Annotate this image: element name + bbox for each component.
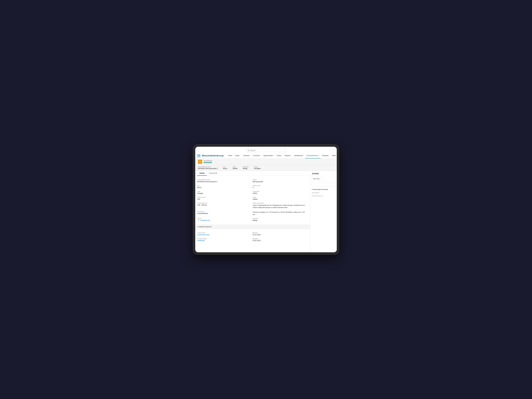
activity-more-button[interactable] <box>322 177 325 180</box>
upcoming-chevron-icon: ▾ <box>312 189 313 190</box>
miet-grid: Unternehmen Hochschule Harz ✏ Mietstart … <box>197 231 308 243</box>
no-past-text: No past activity. Pa <box>310 195 337 198</box>
nav-items: Home Leads ▾ Contacts ▾ Accounts ▾ Oppor… <box>227 153 337 158</box>
meta-field-stadt: Stadt Velbert <box>233 166 238 170</box>
nav-item-calendar[interactable]: Calendar ▾ <box>321 153 331 158</box>
upcoming-label: Upcoming & Overdue <box>313 189 328 190</box>
miet-section: Unternehmen Hochschule Harz ✏ Mietstart … <box>195 229 310 245</box>
section-mietinfo[interactable]: ▾ Mietinformationen <box>195 225 310 229</box>
field-lage[interactable]: Lage Neviges ✏ <box>197 190 253 196</box>
app-grid-icon[interactable] <box>197 154 200 157</box>
activity-actions: New Task <box>310 176 337 182</box>
right-panel: Activity New Task ▾ Upcoming & Overdue G… <box>310 171 337 252</box>
brand-name: Wirtschaftsförderung <box>202 155 224 157</box>
tabs-row: Details Dokumente <box>195 171 310 176</box>
field-kategorie[interactable]: Kategorie Belegt ✏ <box>253 217 308 222</box>
field-groessenspektrum[interactable]: Größenspektrum 150 - 300 qm ✏ <box>197 201 253 210</box>
nav-item-reports[interactable]: Reports ▾ <box>283 153 293 158</box>
search-icon: 🔍 <box>247 150 249 151</box>
field-groesse[interactable]: Größe (in qm) 250 ✏ <box>197 196 253 201</box>
collapse-icon: ▾ <box>197 226 198 228</box>
meta-field-kategorie: Kategorie Belegt <box>243 166 249 170</box>
field-details-objekt[interactable]: Details zum Objekt Lage im Eingangsberei… <box>253 201 308 210</box>
field-unternehmen[interactable]: Unternehmen Hochschule Harz ✏ <box>197 231 253 237</box>
meta-field-status: Status Verfügbar <box>254 166 261 170</box>
nav-row: Wirtschaftsförderung Home Leads ▾ Contac… <box>195 153 337 158</box>
tablet-screen: 🔍 Wirtschaftsförderung Home Leads ▾ Cont… <box>195 147 337 252</box>
unternehmen-link[interactable]: Hochschule Harz <box>197 234 251 236</box>
form-section: Gewerbefläche-Name Bürofläche Bernsaustr… <box>195 176 310 225</box>
record-icon: T <box>198 160 202 164</box>
search-input[interactable] <box>250 150 285 151</box>
nav-item-contacts[interactable]: Contacts ▾ <box>242 153 252 158</box>
meta-field-name: Gewerbefläche-Name Bürofläche Bernsaustr… <box>198 166 218 170</box>
tab-dokumente[interactable]: Dokumente <box>207 171 219 176</box>
kundenvorgang-link[interactable]: 00005298 <box>197 240 251 241</box>
field-postleitzahl[interactable]: Postleitzahl 42553 ✏ <box>253 190 308 196</box>
form-grid: Gewerbefläche-Name Bürofläche Bernsaustr… <box>197 178 308 222</box>
search-row: 🔍 <box>195 148 337 153</box>
owner-name[interactable]: Christoph Ach <box>200 219 210 221</box>
field-owner[interactable]: Owner 🕐 Christoph Ach <box>197 217 253 222</box>
field-hausnummer[interactable]: Hausnummer 3 ✏ <box>253 184 308 190</box>
activity-input[interactable] <box>312 183 335 186</box>
left-panel: Details Dokumente Gewerbefläche-Name Bür… <box>195 171 310 252</box>
nav-item-accounts[interactable]: Accounts ▾ <box>252 153 262 158</box>
nav-item-leads[interactable]: Leads ▾ <box>234 153 242 158</box>
section-label: Mietinformationen <box>199 226 212 228</box>
field-kundenvorgang[interactable]: Kundenvorgang 00005298 ✏ <box>197 237 253 243</box>
owner-row[interactable]: 🕐 Christoph Ach <box>197 219 251 221</box>
field-typ[interactable]: Typ Büros ✏ <box>197 184 253 190</box>
search-box[interactable]: 🔍 <box>246 149 286 152</box>
field-flaechentyp[interactable]: Flächentyp Gewerbefläche ✏ <box>197 210 253 217</box>
field-gewerbefläche-name[interactable]: Gewerbefläche-Name Bürofläche Bernsaustr… <box>197 178 253 184</box>
field-flaeche-note: Fläche(n) verfügbar im 3. OG (Gesamt ca.… <box>253 210 308 217</box>
get-started-text: Get started b <box>310 191 337 195</box>
nav-item-gewerbeflächen[interactable]: Gewerbeflächen ▾ <box>305 153 320 158</box>
nav-item-dashboards[interactable]: Dashboards ▾ <box>293 153 305 158</box>
tab-details[interactable]: Details <box>197 171 207 176</box>
breadcrumb-label: Gewerbefläche <box>203 160 212 161</box>
top-bar: 🔍 Wirtschaftsförderung Home Leads ▾ Cont… <box>195 147 337 158</box>
nav-item-home[interactable]: Home <box>227 153 234 158</box>
nav-item-opportunities[interactable]: Opportunities ▾ <box>262 153 275 158</box>
nav-item-cases[interactable]: Cases ▾ <box>275 153 283 158</box>
field-mietende[interactable]: Mietende 03.02.2023 ✏ <box>253 237 308 243</box>
breadcrumb-info: Gewerbefläche 00005298 <box>203 160 212 164</box>
owner-icon: 🕐 <box>197 219 199 221</box>
activity-header: Activity <box>310 171 337 176</box>
upcoming-header[interactable]: ▾ Upcoming & Overdue <box>310 187 337 191</box>
record-meta: Gewerbefläche-Name Bürofläche Bernsaustr… <box>195 165 337 171</box>
nav-item-notes[interactable]: Notes ▾ <box>331 153 337 158</box>
breadcrumb-id: 00005298 <box>203 161 212 164</box>
main-content: Details Dokumente Gewerbefläche-Name Bür… <box>195 171 337 252</box>
field-mietstart[interactable]: Mietstart 01.01.2022 ✏ <box>253 231 308 237</box>
tablet-frame: 🔍 Wirtschaftsförderung Home Leads ▾ Cont… <box>193 144 339 255</box>
breadcrumb-bar: T Gewerbefläche 00005298 <box>195 158 337 165</box>
field-strasse[interactable]: Straße Bernsaustraße ✏ <box>253 178 308 184</box>
meta-field-typ: Typ Büros <box>223 166 227 170</box>
field-stadt[interactable]: Stadt Velbert ✏ <box>253 196 308 201</box>
new-task-button[interactable]: New Task <box>312 177 321 180</box>
